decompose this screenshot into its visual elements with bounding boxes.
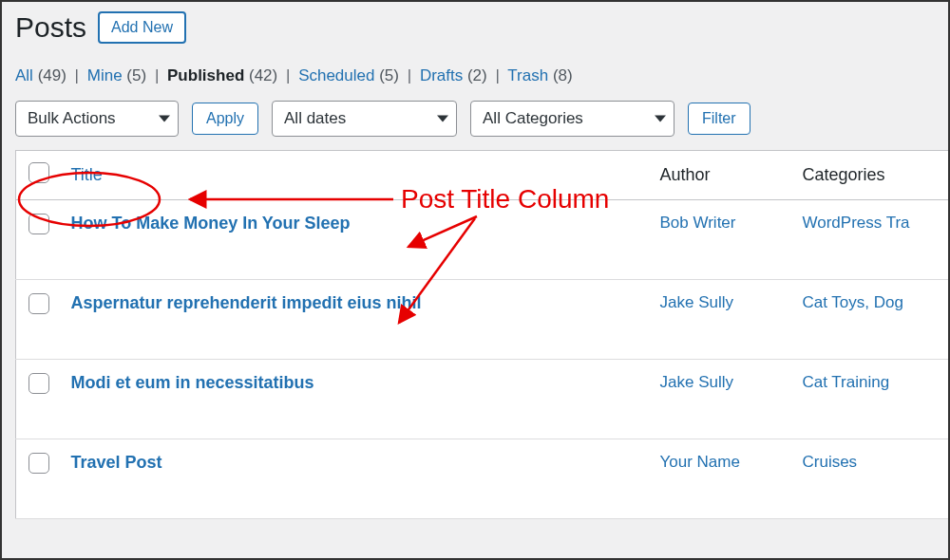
author-link[interactable]: Your Name xyxy=(660,453,740,471)
table-row: Travel Post Your Name Cruises xyxy=(16,439,949,519)
filter-mine-count: (5) xyxy=(126,66,146,84)
bulk-actions-select[interactable]: Bulk Actions xyxy=(15,101,179,137)
bulk-actions-label: Bulk Actions xyxy=(28,109,116,128)
post-title-link[interactable]: Modi et eum in necessitatibus xyxy=(71,373,314,392)
categories-label: All Categories xyxy=(483,109,583,128)
filter-drafts-count: (2) xyxy=(467,66,487,84)
page-title: Posts xyxy=(15,11,86,44)
filter-published[interactable]: Published xyxy=(167,66,244,84)
filter-mine[interactable]: Mine xyxy=(87,66,123,84)
post-title-link[interactable]: How To Make Money In Your Sleep xyxy=(71,214,351,233)
row-checkbox[interactable] xyxy=(28,293,49,314)
add-new-button[interactable]: Add New xyxy=(98,11,186,44)
filter-trash[interactable]: Trash xyxy=(507,66,548,84)
filter-all[interactable]: All xyxy=(15,66,33,84)
select-all-checkbox[interactable] xyxy=(28,162,49,183)
dates-label: All dates xyxy=(284,109,346,128)
author-link[interactable]: Jake Sully xyxy=(660,373,733,391)
filter-button[interactable]: Filter xyxy=(688,103,750,135)
post-title-link[interactable]: Travel Post xyxy=(71,453,162,472)
chevron-down-icon xyxy=(655,116,666,122)
apply-button[interactable]: Apply xyxy=(192,103,258,135)
filter-trash-count: (8) xyxy=(553,66,573,84)
chevron-down-icon xyxy=(437,116,448,122)
chevron-down-icon xyxy=(159,116,170,122)
status-filter-bar: All (49) | Mine (5) | Published (42) | S… xyxy=(15,66,948,85)
row-checkbox[interactable] xyxy=(28,214,49,234)
categories-select[interactable]: All Categories xyxy=(470,101,674,137)
filter-all-count: (49) xyxy=(38,66,66,84)
category-link[interactable]: WordPress Tra xyxy=(803,214,910,232)
row-checkbox[interactable] xyxy=(28,373,49,394)
table-row: Aspernatur reprehenderit impedit eius ni… xyxy=(16,280,949,360)
row-checkbox[interactable] xyxy=(28,453,49,474)
filter-published-count: (42) xyxy=(249,66,277,84)
category-link[interactable]: Cat Training xyxy=(803,373,890,391)
dates-select[interactable]: All dates xyxy=(272,101,457,137)
posts-table: Title Author Categories How To Make Mone… xyxy=(15,150,948,519)
category-link[interactable]: Cruises xyxy=(803,453,858,471)
post-title-link[interactable]: Aspernatur reprehenderit impedit eius ni… xyxy=(71,293,422,312)
author-link[interactable]: Jake Sully xyxy=(660,293,733,311)
column-header-title[interactable]: Title xyxy=(71,165,103,184)
column-header-categories: Categories xyxy=(793,151,949,200)
column-header-author: Author xyxy=(651,151,793,200)
filter-scheduled[interactable]: Scheduled xyxy=(298,66,374,84)
filter-drafts[interactable]: Drafts xyxy=(420,66,463,84)
author-link[interactable]: Bob Writer xyxy=(660,214,736,232)
table-row: Modi et eum in necessitatibus Jake Sully… xyxy=(16,360,949,439)
filter-scheduled-count: (5) xyxy=(379,66,399,84)
table-row: How To Make Money In Your Sleep Bob Writ… xyxy=(16,200,949,280)
category-link[interactable]: Cat Toys, Dog xyxy=(803,293,903,311)
